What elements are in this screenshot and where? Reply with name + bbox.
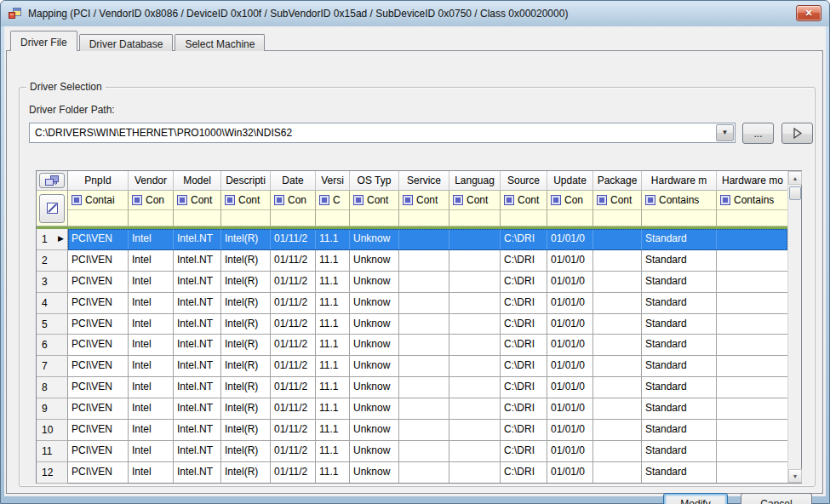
filter-input-cell[interactable] — [547, 210, 593, 226]
scroll-up-button[interactable]: ▲ — [788, 171, 802, 185]
grid-vertical-scrollbar[interactable]: ▲ ▼ — [787, 171, 801, 483]
grid-row-7[interactable]: PCI\VENIntelIntel.NTIntel(R)01/11/211.1U… — [68, 356, 787, 377]
filter-operator-label: Contains — [659, 194, 699, 206]
tab-select-machine[interactable]: Select Machine — [175, 34, 265, 51]
filter-operator-cell[interactable]: Contains — [642, 191, 717, 210]
grid-row-8[interactable]: PCI\VENIntelIntel.NTIntel(R)01/11/211.1U… — [68, 377, 787, 398]
row-header-6[interactable]: 6 — [37, 335, 68, 356]
filter-operator-cell[interactable]: Cont — [501, 191, 547, 210]
filter-operator-icon — [720, 195, 730, 205]
grid-row-11[interactable]: PCI\VENIntelIntel.NTIntel(R)01/11/211.1U… — [68, 441, 787, 462]
row-header-9[interactable]: 9 — [37, 398, 68, 420]
row-header-12[interactable]: 12 — [37, 462, 68, 484]
column-header-os-typ[interactable]: OS Typ — [350, 171, 399, 191]
grid-cell: 01/01/0 — [547, 377, 593, 398]
column-header-versi[interactable]: Versi — [316, 171, 350, 191]
grid-cell: Intel — [129, 250, 174, 272]
grid-row-5[interactable]: PCI\VENIntelIntel.NTIntel(R)01/11/211.1U… — [68, 314, 787, 335]
grid-cell: Standard — [642, 398, 717, 420]
tab-driver-database[interactable]: Driver Database — [79, 34, 174, 51]
filter-input-cell[interactable] — [271, 210, 316, 226]
filter-input-cell[interactable] — [593, 210, 642, 226]
column-header-pnpid[interactable]: PnpId — [68, 171, 129, 191]
row-header-1[interactable]: 1▶ — [37, 229, 68, 250]
grid-cell — [717, 272, 787, 293]
filter-input-cell[interactable] — [399, 210, 449, 226]
filter-input-cell[interactable] — [174, 210, 221, 226]
filter-operator-cell[interactable]: Cont — [350, 191, 399, 210]
filter-input-cell[interactable] — [717, 210, 787, 226]
grid-cell: 01/01/0 — [547, 398, 593, 420]
filter-input-cell[interactable] — [501, 210, 547, 226]
grid-cell: 01/11/2 — [271, 229, 316, 250]
grid-row-1[interactable]: PCI\VENIntelIntel.NTIntel(R)01/11/211.1U… — [68, 229, 787, 250]
driver-folder-path-combobox[interactable]: C:\DRIVERS\WIN\ETHERNET\PRO1000\Win32\ND… — [29, 123, 736, 143]
card-view-button[interactable] — [39, 173, 65, 188]
filter-operator-cell[interactable]: Contai — [68, 191, 129, 210]
filter-input-cell[interactable] — [316, 210, 350, 226]
row-header-11[interactable]: 11 — [37, 441, 68, 462]
filter-input-cell[interactable] — [221, 210, 271, 226]
filter-operator-label: Contai — [85, 194, 115, 206]
filter-input-cell[interactable] — [129, 210, 174, 226]
grid-cell: Standard — [642, 377, 717, 398]
cancel-button[interactable]: Cancel — [741, 493, 812, 504]
grid-cell: Intel.NT — [174, 420, 221, 441]
row-header-4[interactable]: 4 — [37, 293, 68, 314]
row-header-3[interactable]: 3 — [37, 272, 68, 293]
combobox-dropdown-button[interactable]: ▼ — [716, 124, 734, 141]
scrollbar-thumb[interactable] — [789, 186, 801, 200]
row-header-10[interactable]: 10 — [37, 420, 68, 441]
row-header-7[interactable]: 7 — [37, 356, 68, 377]
grid-row-4[interactable]: PCI\VENIntelIntel.NTIntel(R)01/11/211.1U… — [68, 293, 787, 314]
grid-cell: Intel(R) — [221, 335, 271, 356]
filter-operator-cell[interactable]: C — [316, 191, 350, 210]
grid-cell: Intel — [129, 335, 174, 356]
filter-input-cell[interactable] — [642, 210, 717, 226]
close-button[interactable]: ✕ — [796, 5, 821, 21]
filter-operator-cell[interactable]: Cont — [174, 191, 221, 210]
grid-cell: Intel — [129, 229, 174, 250]
edit-filter-button[interactable] — [39, 194, 65, 223]
column-header-hardware-mo[interactable]: Hardware mo — [717, 171, 787, 191]
row-header-5[interactable]: 5 — [37, 314, 68, 335]
scroll-down-button[interactable]: ▼ — [788, 469, 802, 483]
filter-input-cell[interactable] — [449, 210, 501, 226]
grid-row-6[interactable]: PCI\VENIntelIntel.NTIntel(R)01/11/211.1U… — [68, 335, 787, 356]
column-header-update[interactable]: Update — [547, 171, 593, 191]
filter-operator-cell[interactable]: Con — [129, 191, 174, 210]
filter-operator-cell[interactable]: Con — [547, 191, 593, 210]
grid-row-9[interactable]: PCI\VENIntelIntel.NTIntel(R)01/11/211.1U… — [68, 398, 787, 420]
grid-row-2[interactable]: PCI\VENIntelIntel.NTIntel(R)01/11/211.1U… — [68, 250, 787, 272]
browse-folder-button[interactable]: ... — [742, 123, 774, 144]
row-header-8[interactable]: 8 — [37, 377, 68, 398]
column-header-hardware-m[interactable]: Hardware m — [642, 171, 717, 191]
column-header-descripti[interactable]: Descripti — [221, 171, 271, 191]
modify-button[interactable]: Modify — [663, 493, 728, 504]
row-header-2[interactable]: 2 — [37, 250, 68, 272]
grid-cell: 01/11/2 — [271, 420, 316, 441]
grid-row-12[interactable]: PCI\VENIntelIntel.NTIntel(R)01/11/211.1U… — [68, 462, 787, 483]
tab-driver-file[interactable]: Driver File — [10, 31, 77, 51]
filter-operator-cell[interactable]: Con — [271, 191, 316, 210]
column-header-vendor[interactable]: Vendor — [129, 171, 174, 191]
grid-row-10[interactable]: PCI\VENIntelIntel.NTIntel(R)01/11/211.1U… — [68, 420, 787, 441]
filter-input-cell[interactable] — [350, 210, 399, 226]
filter-input-cell[interactable] — [68, 210, 129, 226]
column-header-date[interactable]: Date — [271, 171, 316, 191]
column-header-package[interactable]: Package — [593, 171, 642, 191]
filter-operator-cell[interactable]: Cont — [399, 191, 449, 210]
filter-operator-cell[interactable]: Cont — [221, 191, 271, 210]
grid-cell: 01/01/0 — [547, 420, 593, 441]
scan-drivers-button[interactable] — [781, 123, 813, 144]
grid-row-3[interactable]: PCI\VENIntelIntel.NTIntel(R)01/11/211.1U… — [68, 272, 787, 293]
column-header-source[interactable]: Source — [501, 171, 547, 191]
column-header-model[interactable]: Model — [174, 171, 221, 191]
filter-operator-cell[interactable]: Cont — [449, 191, 501, 210]
filter-operator-cell[interactable]: Cont — [593, 191, 642, 210]
grid-cell: PCI\VEN — [68, 293, 129, 314]
filter-operator-cell[interactable]: Contains — [717, 191, 787, 210]
column-header-service[interactable]: Service — [399, 171, 449, 191]
filter-operator-label: Contains — [734, 194, 774, 206]
column-header-languag[interactable]: Languag — [449, 171, 501, 191]
